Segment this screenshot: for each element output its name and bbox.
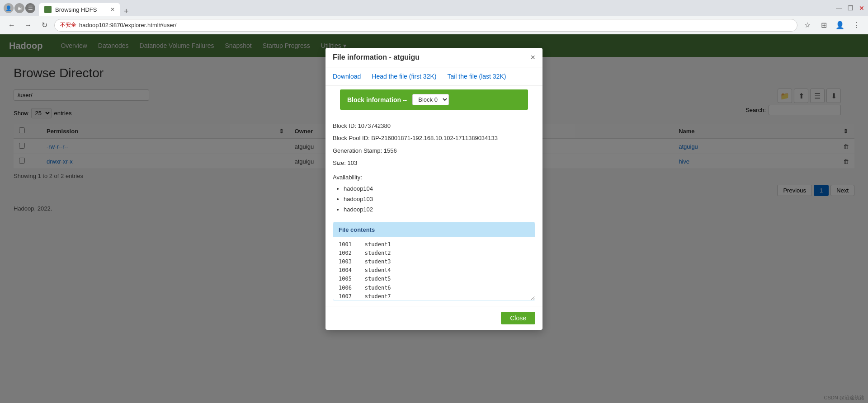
modal-close-footer-button[interactable]: Close — [501, 312, 535, 324]
file-contents-section: File contents 1001 student1 1002 student… — [333, 222, 535, 300]
restore-button[interactable]: ❐ — [848, 5, 854, 12]
tab-title: Browsing HDFS — [55, 6, 97, 13]
address-bar[interactable]: 不安全 hadoop102:9870/explorer.html#/user/ — [54, 19, 797, 32]
reload-button[interactable]: ↻ — [38, 19, 51, 32]
active-tab[interactable]: Browsing HDFS ✕ — [39, 3, 120, 16]
file-line-6: 1006 student6 — [339, 284, 529, 292]
download-link[interactable]: Download — [333, 73, 361, 80]
file-line-4: 1004 student4 — [339, 266, 529, 275]
block-select[interactable]: Block 0 — [412, 94, 449, 105]
settings-button[interactable]: ⋮ — [850, 19, 863, 32]
file-line-5: 1005 student5 — [339, 275, 529, 283]
tail-file-link[interactable]: Tail the file (last 32K) — [447, 73, 506, 80]
forward-button[interactable]: → — [22, 19, 34, 32]
file-line-2: 1002 student2 — [339, 249, 529, 258]
size-value: 103 — [348, 159, 358, 166]
file-info-modal: File information - atguigu × Download He… — [326, 48, 542, 330]
block-id-value: 1073742380 — [358, 122, 391, 129]
new-tab-button[interactable]: + — [120, 7, 132, 16]
extensions-icon[interactable]: ⊞ — [14, 3, 24, 13]
block-pool-value: BP-216001871-192.168.10.102-171138903413… — [371, 135, 498, 141]
modal-footer: Close — [326, 306, 542, 330]
generation-stamp-label: Generation Stamp: — [333, 147, 384, 154]
file-line-1: 1001 student1 — [339, 240, 529, 249]
file-contents-header: File contents — [333, 223, 535, 237]
modal-header: File information - atguigu × — [326, 48, 542, 67]
node-2: hadoop103 — [344, 194, 535, 204]
modal-links: Download Head the file (first 32K) Tail … — [326, 67, 542, 86]
size-label: Size: — [333, 159, 348, 166]
node-1: hadoop104 — [344, 183, 535, 194]
modal-close-button[interactable]: × — [530, 53, 535, 61]
block-bar-label: Block information -- — [347, 96, 407, 103]
tab-close-button[interactable]: ✕ — [110, 6, 115, 13]
tab-favicon — [44, 6, 52, 13]
profile-bar-button[interactable]: 👤 — [834, 19, 846, 32]
block-info-details: Block ID: 1073742380 Block Pool ID: BP-2… — [326, 113, 542, 174]
file-line-3: 1003 student3 — [339, 258, 529, 266]
close-window-button[interactable]: ✕ — [859, 5, 864, 12]
head-file-link[interactable]: Head the file (first 32K) — [372, 73, 436, 80]
security-warning: 不安全 — [60, 21, 76, 29]
block-info-bar: Block information -- Block 0 — [340, 89, 528, 110]
extensions-bar-button[interactable]: ⊞ — [817, 19, 830, 32]
file-line-7: 1007 student7 — [339, 292, 529, 300]
minimize-button[interactable]: — — [836, 5, 842, 12]
availability-list: hadoop104 hadoop103 hadoop102 — [333, 183, 535, 215]
url-text: hadoop102:9870/explorer.html#/user/ — [79, 22, 176, 28]
availability-label: Availability: — [333, 174, 535, 181]
modal-overlay: File information - atguigu × Download He… — [0, 34, 868, 403]
profile-icon[interactable]: 👤 — [4, 3, 14, 13]
browser-menu-icon[interactable]: ☰ — [25, 3, 35, 13]
availability-section: Availability: hadoop104 hadoop103 hadoop… — [326, 174, 542, 222]
modal-title: File information - atguigu — [333, 53, 420, 61]
block-id-label: Block ID: — [333, 122, 358, 129]
bookmark-button[interactable]: ☆ — [801, 19, 814, 32]
file-contents-body[interactable]: 1001 student1 1002 student2 1003 student… — [333, 237, 535, 300]
generation-stamp-value: 1556 — [384, 147, 397, 154]
back-button[interactable]: ← — [5, 19, 18, 32]
block-pool-label: Block Pool ID: — [333, 135, 371, 141]
node-3: hadoop102 — [344, 204, 535, 215]
